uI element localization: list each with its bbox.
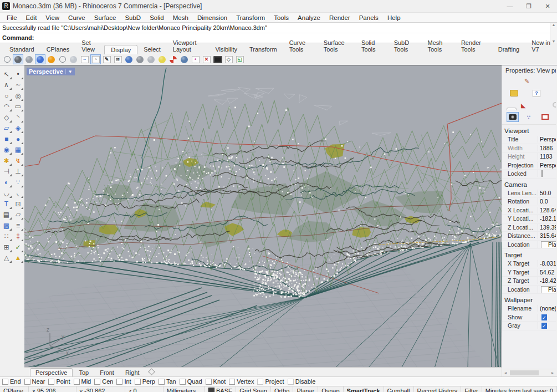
hatch-icon[interactable]: ≡ [13, 220, 24, 231]
panel-gear-icon[interactable] [553, 102, 556, 108]
tab-new-in-v7[interactable]: New in V7 [525, 38, 557, 54]
status-osnap[interactable]: Osnap [318, 386, 343, 392]
tab-transform[interactable]: Transform [243, 45, 283, 54]
prop-value[interactable]: 315.645 [538, 232, 556, 239]
layers-tab-icon[interactable] [510, 90, 518, 96]
chevron-down-icon[interactable]: ▼ [65, 69, 73, 74]
screen-capture-icon[interactable] [212, 54, 223, 64]
menu-panels[interactable]: Panels [355, 14, 383, 21]
menu-subd[interactable]: SubD [120, 14, 145, 21]
picture-plane-icon[interactable]: ▱ [13, 210, 24, 221]
active-shaded-mode-icon[interactable] [35, 54, 45, 64]
status-x-95-206[interactable]: x 95.206 [29, 386, 76, 392]
cone-icon[interactable]: △ [1, 253, 12, 264]
polyline-icon[interactable]: ∧ [1, 80, 12, 91]
pole-icon[interactable]: ‡ [13, 231, 24, 242]
viewport-tab-front[interactable]: Front [95, 369, 119, 376]
menu-edit[interactable]: Edit [22, 14, 42, 21]
osnap-checkbox[interactable] [74, 379, 80, 385]
help-tab-icon[interactable]: ? [533, 90, 540, 97]
prop-value[interactable]: -18.426 [538, 277, 556, 284]
environment-ball-icon[interactable] [179, 54, 190, 64]
ellipse-icon[interactable]: ◎ [13, 90, 24, 101]
menu-render[interactable]: Render [325, 14, 355, 21]
new-viewport-icon[interactable] [148, 368, 155, 375]
shade-objects-icon[interactable] [146, 54, 156, 64]
box-icon[interactable]: ■ [1, 134, 12, 145]
circle-icon[interactable]: ○ [1, 90, 12, 101]
menu-dimension[interactable]: Dimension [193, 14, 232, 21]
menu-solid[interactable]: Solid [145, 14, 168, 21]
prop-checkbox[interactable] [541, 170, 543, 177]
osnap-checkbox[interactable] [135, 379, 141, 385]
render-props-tab[interactable]: ∵ [523, 112, 535, 122]
close-button[interactable]: ✕ [538, 0, 557, 12]
shaded-dark-mode-icon[interactable] [13, 54, 23, 64]
block-icon[interactable]: ▤ [1, 210, 12, 221]
menu-file[interactable]: File [2, 14, 22, 21]
prop-value[interactable]: Perspec [538, 162, 556, 169]
menu-surface[interactable]: Surface [90, 14, 121, 21]
osnap-tan[interactable]: Tan [159, 378, 176, 385]
osnap-perp[interactable]: Perp [135, 378, 155, 385]
minimize-button[interactable]: — [500, 0, 519, 12]
osnap-quad[interactable]: Quad [180, 378, 202, 385]
cylinder-icon[interactable]: ◉ [1, 145, 12, 156]
sun-preview-icon[interactable] [157, 54, 167, 64]
explode-icon[interactable]: ↯ [13, 155, 24, 166]
perspective-viewport[interactable]: Perspective ▼ zyx [24, 65, 502, 367]
arc-icon[interactable]: ◠ [1, 101, 12, 113]
array-icon[interactable]: ∷ [1, 231, 12, 242]
arctic-mode-icon[interactable]: ~ [79, 54, 90, 64]
menu-help[interactable]: Help [383, 14, 405, 21]
osnap-checkbox[interactable] [180, 379, 186, 385]
menu-analyze[interactable]: Analyze [293, 14, 325, 21]
gear-tool-icon[interactable]: ✱ [1, 155, 12, 166]
osnap-end[interactable]: End [2, 378, 21, 385]
tab-subd-tools[interactable]: SubD Tools [388, 38, 422, 54]
osnap-checkbox[interactable] [206, 379, 212, 385]
tab-drafting[interactable]: Drafting [492, 45, 526, 54]
scroll-right-icon[interactable]: ▸ [549, 370, 556, 375]
fillet-curve-icon[interactable]: ◝ [13, 112, 24, 123]
copy-icon[interactable]: ⊞ [1, 242, 12, 253]
viewport-props-tab[interactable] [507, 112, 519, 122]
prop-value[interactable]: 50.0 [538, 190, 556, 196]
prop-value[interactable]: 139.398 [538, 224, 556, 231]
wallpaper-props-tab[interactable] [539, 112, 551, 122]
wireframe-mode-icon[interactable] [2, 54, 12, 64]
fillet-edge-icon[interactable]: ◡ [1, 188, 12, 199]
annotate-tab-icon[interactable]: ✎ [524, 78, 529, 85]
osnap-checkbox[interactable] [94, 379, 100, 385]
sphere-icon[interactable]: ● [13, 134, 24, 145]
blend-curve-icon[interactable]: ◟ [13, 188, 24, 199]
status-y-30-862[interactable]: y -30.862 [76, 386, 125, 392]
wire-cube-icon[interactable]: ◇ [223, 54, 234, 64]
status-minutes-from-last-save-0[interactable]: Minutes from last save: 0 [482, 386, 557, 392]
prop-value[interactable]: 1183 [538, 153, 556, 160]
rectangle-icon[interactable]: ▭ [13, 101, 24, 113]
viewport-tab-top[interactable]: Top [74, 369, 94, 376]
artistic-mode-icon[interactable]: ≋ [113, 54, 123, 64]
scroll-thumb[interactable] [510, 370, 539, 375]
osnap-project[interactable]: Project [257, 378, 284, 385]
osnap-checkbox[interactable] [48, 379, 54, 385]
menu-curve[interactable]: Curve [64, 14, 90, 21]
extrude-surface-icon[interactable]: ▩ [1, 220, 12, 231]
osnap-checkbox[interactable] [116, 379, 122, 385]
status-record-history[interactable]: Record History [414, 386, 462, 392]
prop-value[interactable]: (none) [538, 305, 556, 312]
render-preview-icon[interactable] [135, 54, 145, 64]
curve-icon[interactable]: ∼ [13, 80, 24, 91]
osnap-cen[interactable]: Cen [94, 378, 113, 385]
prop-checkbox[interactable]: ✓ [541, 314, 547, 320]
drag-points-icon[interactable]: ⊡ [13, 198, 24, 210]
menu-view[interactable]: View [41, 14, 64, 21]
menu-transform[interactable]: Transform [232, 14, 269, 21]
prop-value[interactable]: 0.0 [538, 198, 556, 205]
place-button[interactable]: Plac [541, 286, 556, 293]
ghosted-mode-icon[interactable] [68, 54, 79, 64]
tab-display[interactable]: Display [104, 45, 137, 54]
clear-display-mode-icon[interactable]: ✕ [201, 54, 212, 64]
scroll-left-icon[interactable]: ◂ [502, 370, 509, 375]
